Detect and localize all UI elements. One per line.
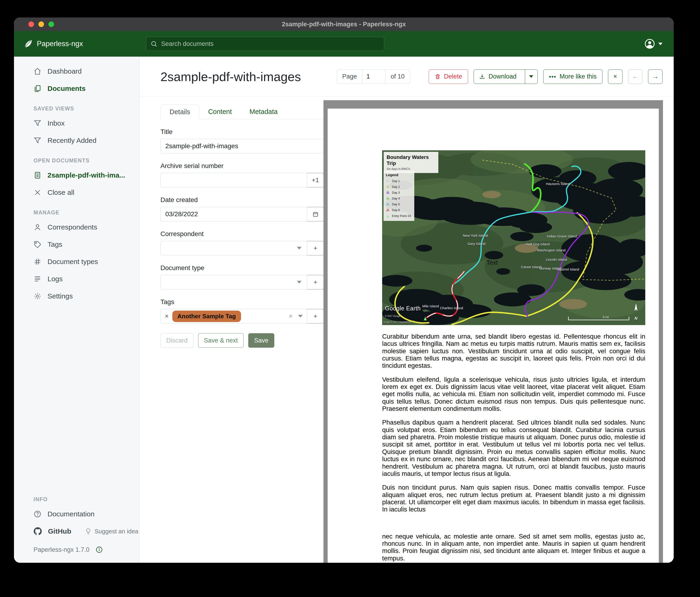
legend-item: ⁂Day 4 bbox=[386, 195, 412, 201]
sidebar-item-recently-added[interactable]: Recently Added bbox=[14, 132, 140, 149]
route-marker-icon: ⁂ bbox=[386, 197, 390, 200]
sidebar-item-correspondents[interactable]: Correspondents bbox=[14, 219, 140, 236]
sidebar-section-info: INFO bbox=[14, 488, 140, 505]
sidebar-item-dashboard[interactable]: Dashboard bbox=[14, 63, 140, 80]
info-circle-icon[interactable] bbox=[96, 546, 103, 553]
delete-button[interactable]: Delete bbox=[429, 69, 468, 84]
island-label: Charlies Island bbox=[440, 306, 463, 310]
add-document-type-button[interactable]: + bbox=[307, 275, 324, 289]
more-like-this-button[interactable]: ••• More like this bbox=[543, 69, 602, 84]
sidebar-item-tags[interactable]: Tags bbox=[14, 236, 140, 253]
app-version: Paperless-ngx 1.7.0 bbox=[14, 540, 140, 563]
save-button[interactable]: Save bbox=[248, 333, 274, 348]
plus-icon: + bbox=[314, 313, 317, 320]
tags-select[interactable]: × Another Sample Tag × bbox=[160, 309, 307, 324]
search-input[interactable] bbox=[161, 40, 380, 48]
close-document-button[interactable]: × bbox=[608, 69, 622, 84]
correspondent-input[interactable] bbox=[160, 241, 307, 255]
delete-label: Delete bbox=[444, 73, 462, 80]
document-type-select[interactable] bbox=[160, 275, 307, 289]
add-correspondent-button[interactable]: + bbox=[307, 241, 324, 255]
date-created-field[interactable] bbox=[160, 207, 307, 221]
text-lines-icon bbox=[33, 275, 42, 283]
clear-tags-icon[interactable]: × bbox=[289, 312, 293, 320]
add-tag-button[interactable]: + bbox=[307, 309, 324, 324]
maximize-window-button[interactable] bbox=[48, 21, 54, 27]
tab-content[interactable]: Content bbox=[199, 104, 241, 119]
legend-item: ⁂Day 1 bbox=[386, 178, 412, 184]
tab-details[interactable]: Details bbox=[160, 104, 199, 119]
asn-plus-one-button[interactable]: +1 bbox=[307, 173, 324, 187]
sidebar-item-documentation[interactable]: Documentation bbox=[14, 505, 140, 523]
app-header: Paperless-ngx bbox=[14, 31, 674, 57]
arrow-left-icon: ← bbox=[632, 73, 639, 80]
page-number-input[interactable] bbox=[362, 70, 385, 83]
google-earth-watermark: Google Earth bbox=[385, 305, 421, 312]
sidebar-item-open-document[interactable]: 2sample-pdf-with-ima... bbox=[14, 167, 140, 184]
correspondent-label: Correspondent bbox=[160, 230, 324, 238]
download-button[interactable]: Download bbox=[474, 70, 522, 83]
caret-down-icon bbox=[529, 75, 533, 78]
tags-label: Tags bbox=[160, 298, 324, 306]
minimize-window-button[interactable] bbox=[39, 21, 44, 27]
home-icon bbox=[33, 67, 42, 75]
island-label: Gary Island bbox=[468, 242, 485, 246]
download-split-button: Download bbox=[474, 69, 538, 84]
sidebar-item-github[interactable]: GitHub bbox=[14, 527, 71, 535]
paragraph-gap bbox=[382, 520, 645, 533]
brand-name: Paperless-ngx bbox=[37, 40, 83, 48]
user-menu[interactable] bbox=[644, 31, 662, 57]
tag-chip[interactable]: Another Sample Tag bbox=[172, 311, 241, 322]
sidebar-item-label: Close all bbox=[48, 189, 74, 196]
download-options-button[interactable] bbox=[525, 70, 538, 83]
map-legend: Legend ⁂Day 1 ⁂Day 2 ⁂Day 3 ⁂Day 4 ⁂Day … bbox=[383, 171, 414, 221]
trash-icon bbox=[434, 73, 441, 80]
sidebar-item-label: Inbox bbox=[48, 119, 65, 127]
paragraph: Vestibulum eleifend, ligula a scelerisqu… bbox=[382, 376, 645, 412]
remove-tag-icon[interactable]: × bbox=[165, 313, 169, 320]
calendar-button[interactable] bbox=[307, 207, 324, 221]
version-text: Paperless-ngx 1.7.0 bbox=[33, 546, 90, 553]
document-type-input[interactable] bbox=[160, 275, 307, 289]
save-and-next-button[interactable]: Save & next bbox=[198, 333, 244, 348]
map-image: Boundary Waters Trip Six days in BWCA Le… bbox=[382, 150, 645, 325]
tab-metadata[interactable]: Metadata bbox=[241, 104, 286, 119]
close-window-button[interactable] bbox=[28, 21, 34, 27]
asn-field-label: Archive serial number bbox=[160, 162, 324, 170]
next-document-button[interactable]: → bbox=[648, 69, 662, 84]
sidebar-section-open-documents: OPEN DOCUMENTS bbox=[14, 149, 140, 167]
title-field[interactable] bbox=[160, 139, 324, 153]
sidebar-item-logs[interactable]: Logs bbox=[14, 270, 140, 288]
correspondent-select[interactable] bbox=[160, 241, 307, 255]
discard-button[interactable]: Discard bbox=[160, 333, 194, 348]
chevron-down-icon bbox=[297, 281, 302, 284]
legend-item: ⁂Day 2 bbox=[386, 184, 412, 190]
route-marker-icon: ⁂ bbox=[386, 185, 390, 189]
sidebar-item-label: Recently Added bbox=[48, 137, 96, 144]
sidebar-item-inbox[interactable]: Inbox bbox=[14, 115, 140, 132]
route-marker-icon: ⁂ bbox=[386, 191, 390, 194]
calendar-icon bbox=[312, 211, 319, 217]
document-body-text: Curabitur bibendum ante urna, sed blandi… bbox=[382, 333, 645, 563]
chevron-down-icon bbox=[658, 43, 662, 45]
app-window: 2sample-pdf-with-images - Paperless-ngx … bbox=[14, 18, 674, 563]
sidebar-item-documents[interactable]: Documents bbox=[14, 80, 140, 97]
previous-document-button[interactable]: ← bbox=[628, 69, 643, 84]
sidebar-item-close-all[interactable]: Close all bbox=[14, 184, 140, 201]
documents-icon bbox=[33, 85, 42, 93]
sidebar-item-suggest-idea[interactable]: Suggest an idea bbox=[85, 528, 138, 535]
paragraph: Phasellus dapibus quam a hendrerit place… bbox=[382, 419, 645, 477]
brand[interactable]: Paperless-ngx bbox=[23, 31, 83, 57]
sidebar-item-settings[interactable]: Settings bbox=[14, 288, 140, 305]
island-label: Washington Island bbox=[537, 248, 566, 252]
funnel-icon bbox=[33, 137, 42, 144]
sidebar-item-label: Documents bbox=[48, 85, 85, 93]
route-marker-icon: ⁂ bbox=[386, 180, 390, 183]
hash-icon bbox=[33, 258, 42, 266]
funnel-icon bbox=[33, 119, 42, 127]
pdf-viewer[interactable]: Boundary Waters Trip Six days in BWCA Le… bbox=[323, 100, 663, 563]
sidebar-item-label: Suggest an idea bbox=[95, 528, 138, 535]
asn-field[interactable] bbox=[160, 173, 307, 187]
plus-icon: + bbox=[314, 279, 317, 286]
sidebar-item-document-types[interactable]: Document types bbox=[14, 253, 140, 270]
